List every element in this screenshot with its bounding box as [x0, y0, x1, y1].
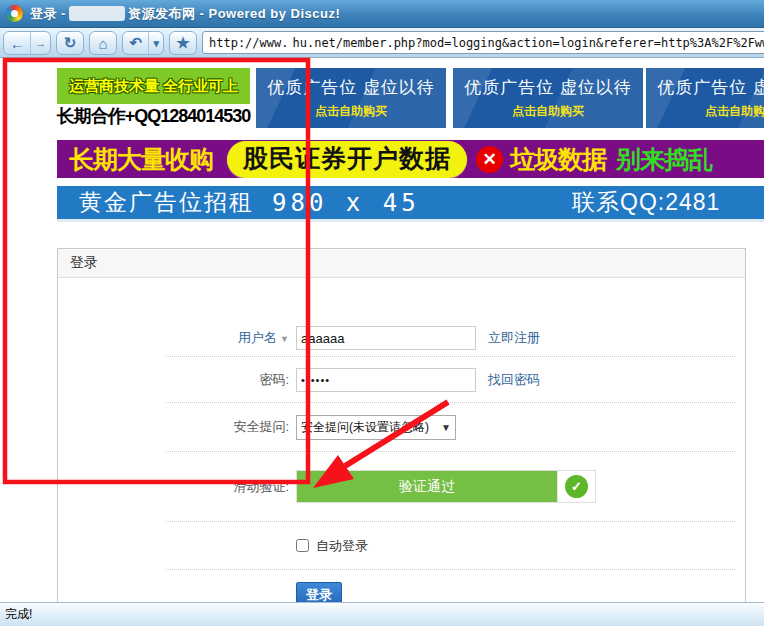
ad-blue-line1: 优质广告位 虚位以待 — [267, 76, 435, 99]
undo-icon: ↶ — [129, 34, 142, 52]
url-address-bar[interactable]: http://www. hu.net/member.php?mod=loggin… — [202, 31, 764, 54]
login-panel: 登录 用户名▼ 立即注册 密码: 找回密码 安全提问: — [57, 248, 746, 602]
window-titlebar: 登录 - 资源发布网 - Powered by Discuz! — [0, 0, 764, 28]
username-row: 用户名▼ 立即注册 — [166, 320, 735, 357]
ad-banner-blue-1[interactable]: 优质广告位 虚位以待 点击自助购买 — [256, 68, 446, 128]
ad-banner-gold-rental[interactable]: 黄金广告位招租 980 x 45 联系QQ:2481 — [57, 186, 764, 222]
purple-banner-text3: 别来捣乱 — [616, 143, 712, 176]
security-question-value: 安全提问(未设置请忽略) — [301, 419, 429, 436]
password-input[interactable] — [296, 368, 476, 392]
login-button[interactable]: 登录 — [296, 582, 342, 602]
forward-icon: → — [35, 37, 46, 49]
security-question-label: 安全提问: — [166, 418, 296, 436]
gold-banner-size: 980 x 45 — [272, 189, 420, 217]
password-label: 密码: — [166, 371, 296, 389]
window-title: 登录 - 资源发布网 - Powered by Discuz! — [30, 5, 340, 23]
star-icon: ★ — [176, 34, 189, 52]
refresh-icon: ↻ — [64, 34, 77, 52]
purple-banner-text2: 垃圾数据 — [510, 143, 606, 176]
ad-blue-line2: 点击自助购买 — [512, 103, 584, 120]
browser-app-icon — [6, 5, 23, 22]
username-input[interactable] — [296, 326, 476, 350]
ad-green-line2: 长期合作+QQ1284014530 — [57, 104, 250, 128]
submit-row: 登录 — [166, 570, 735, 602]
find-password-link[interactable]: 找回密码 — [488, 371, 540, 389]
back-button[interactable]: ← — [4, 32, 30, 54]
ad-blue-line2: 点击自助购买 — [315, 103, 387, 120]
autologin-checkbox[interactable] — [296, 539, 309, 552]
ad-blue-line2: 点击自助购买 — [705, 103, 764, 120]
ad-banner-blue-2[interactable]: 优质广告位 虚位以待 点击自助购买 — [453, 68, 643, 128]
slider-captcha-handle[interactable]: ✓ — [557, 471, 595, 502]
username-label[interactable]: 用户名▼ — [166, 329, 296, 347]
forward-button[interactable]: → — [31, 32, 50, 54]
chevron-down-icon: ▼ — [280, 334, 289, 344]
page-viewport: 运营商技术量 全行业可上 长期合作+QQ1284014530 优质广告位 虚位以… — [0, 58, 764, 602]
check-circle-icon: ✓ — [565, 475, 588, 498]
x-circle-icon: ✕ — [476, 146, 503, 173]
undo-button-group: ↶ ▾ — [122, 31, 164, 55]
login-panel-header: 登录 — [58, 249, 745, 278]
ad-blue-line1: 优质广告位 虚位以待 — [657, 76, 764, 99]
undo-dropdown-button[interactable]: ▾ — [149, 32, 163, 54]
back-forward-button-group: ← → — [3, 31, 51, 55]
status-text: 完成! — [5, 606, 32, 623]
browser-window: 登录 - 资源发布网 - Powered by Discuz! ← → ↻ ⌂ … — [0, 0, 764, 626]
back-icon: ← — [10, 35, 25, 52]
ad-green-line1: 运营商技术量 全行业可上 — [57, 68, 250, 104]
gold-banner-contact: 联系QQ:2481 — [572, 187, 720, 218]
security-question-row: 安全提问: 安全提问(未设置请忽略) ▼ — [166, 403, 735, 452]
ad-banner-green-qq[interactable]: 运营商技术量 全行业可上 长期合作+QQ1284014530 — [57, 68, 250, 128]
security-question-select[interactable]: 安全提问(未设置请忽略) ▼ — [296, 415, 456, 440]
home-icon: ⌂ — [98, 35, 107, 52]
gold-banner-title: 黄金广告位招租 — [79, 187, 254, 218]
autologin-label: 自动登录 — [316, 537, 368, 555]
url-prefix: http://www. — [209, 36, 288, 50]
purple-banner-text1: 长期大量收购 — [69, 143, 213, 176]
window-title-prefix: 登录 - — [30, 5, 66, 23]
ad-banner-blue-3[interactable]: 优质广告位 虚位以待 点击自助购买 — [646, 68, 764, 128]
autologin-row: 自动登录 — [166, 522, 735, 570]
chevron-down-icon: ▾ — [153, 37, 159, 50]
login-form: 用户名▼ 立即注册 密码: 找回密码 安全提问: 安全提问(未设置请忽略) ▼ — [166, 278, 735, 602]
slider-captcha-bar: 验证通过 — [297, 471, 557, 502]
home-button[interactable]: ⌂ — [89, 31, 117, 55]
chevron-down-icon: ▼ — [441, 422, 451, 433]
redacted-title-area — [69, 6, 125, 21]
browser-statusbar: 完成! — [0, 602, 764, 626]
browser-toolbar: ← → ↻ ⌂ ↶ ▾ ★ http://www. — [0, 28, 764, 58]
favorites-button[interactable]: ★ — [169, 31, 197, 55]
slider-verify-row: 滑动验证: 验证通过 ✓ — [166, 452, 735, 522]
window-title-suffix: 资源发布网 - Powered by Discuz! — [128, 5, 340, 23]
register-link[interactable]: 立即注册 — [488, 329, 540, 347]
undo-button[interactable]: ↶ — [123, 32, 148, 54]
slider-captcha[interactable]: 验证通过 ✓ — [296, 470, 596, 503]
url-suffix: hu.net/member.php?mod=logging&action=log… — [292, 36, 764, 50]
slider-verify-label: 滑动验证: — [166, 478, 296, 496]
ad-banner-purple-purchase[interactable]: 长期大量收购 股民证券开户数据 ✕ 垃圾数据 别来捣乱 — [57, 140, 764, 178]
refresh-button[interactable]: ↻ — [56, 31, 84, 55]
password-row: 密码: 找回密码 — [166, 357, 735, 403]
ad-blue-line1: 优质广告位 虚位以待 — [464, 76, 632, 99]
purple-banner-pill: 股民证券开户数据 — [227, 141, 467, 178]
